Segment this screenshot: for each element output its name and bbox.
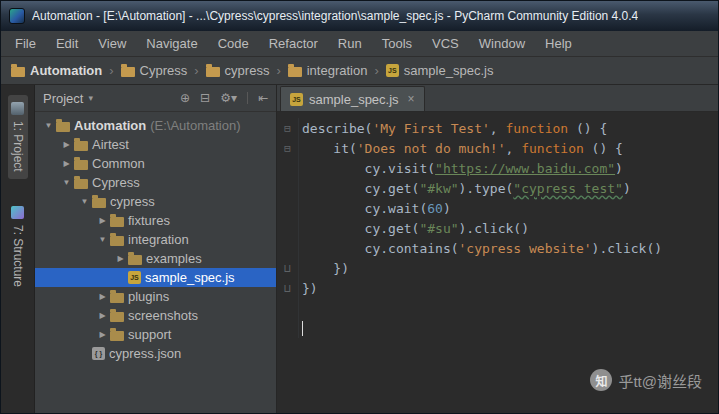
menu-item-edit[interactable]: Edit — [46, 31, 88, 56]
panel-toolbar: ⊕⊟⚙▾⇤ — [180, 92, 268, 104]
editor-tab-label: sample_spec.js — [309, 92, 399, 107]
tree-item-screenshots[interactable]: ▶screenshots — [35, 306, 276, 325]
menu-item-refactor[interactable]: Refactor — [259, 31, 328, 56]
fold-marker-icon[interactable]: ⊟ — [277, 138, 299, 158]
breadcrumb-item-automation[interactable]: Automation — [11, 63, 102, 78]
json-file-icon: { } — [92, 347, 105, 360]
code-line-10[interactable] — [277, 298, 718, 318]
breadcrumb-item-cypress[interactable]: cypress — [206, 63, 270, 78]
tree-item-label: integration — [128, 232, 189, 247]
breadcrumb-item-integration[interactable]: integration — [288, 63, 368, 78]
breadcrumb-label: cypress — [225, 63, 270, 78]
folder-icon — [56, 122, 70, 132]
breadcrumb-separator-icon: › — [276, 63, 280, 78]
menu-item-vcs[interactable]: VCS — [422, 31, 469, 56]
gutter-spacer — [277, 178, 299, 198]
collapse-all-icon[interactable]: ⊟ — [200, 92, 210, 104]
code-lines[interactable]: ⊟describe('My First Test', function () {… — [277, 112, 718, 413]
code-line-7[interactable]: cy.contains('cypress website').click() — [277, 238, 718, 258]
code-line-1[interactable]: ⊟describe('My First Test', function () { — [277, 118, 718, 138]
menu-item-run[interactable]: Run — [328, 31, 372, 56]
editor-tab-sample-spec[interactable]: JS sample_spec.js × — [280, 86, 425, 111]
tool-window-stripe: 1: Project7: Structure — [1, 85, 35, 413]
menu-item-file[interactable]: File — [5, 31, 46, 56]
folder-icon — [92, 198, 106, 208]
chevron-collapsed-icon[interactable]: ▶ — [95, 292, 110, 301]
locate-icon[interactable]: ⊕ — [180, 92, 190, 104]
tree-item-automation[interactable]: ▼Automation (E:\Automation) — [35, 116, 276, 135]
code-line-6[interactable]: cy.get("#su").click() — [277, 218, 718, 238]
fold-marker-icon[interactable]: ⊔ — [277, 278, 299, 298]
tree-item-cypress[interactable]: ▼Cypress — [35, 173, 276, 192]
tree-item-plugins[interactable]: ▶plugins — [35, 287, 276, 306]
folder-icon — [110, 331, 124, 341]
tree-item-cypress-json[interactable]: { }cypress.json — [35, 344, 276, 363]
code-text — [299, 320, 303, 336]
project-panel-header: Project ▾ ⊕⊟⚙▾⇤ — [35, 85, 276, 112]
tree-item-fixtures[interactable]: ▶fixtures — [35, 211, 276, 230]
chevron-collapsed-icon[interactable]: ▶ — [95, 311, 110, 320]
chevron-collapsed-icon[interactable]: ▶ — [59, 159, 74, 168]
chevron-expanded-icon[interactable]: ▼ — [77, 197, 92, 206]
menu-item-code[interactable]: Code — [208, 31, 259, 56]
breadcrumb-label: sample_spec.js — [404, 63, 494, 78]
tool-window-button-1-project[interactable]: 1: Project — [8, 95, 28, 179]
breadcrumb-item-cypress[interactable]: Cypress — [121, 63, 188, 78]
code-line-2[interactable]: ⊟ it('Does not do much!', function () { — [277, 138, 718, 158]
tree-item-support[interactable]: ▶support — [35, 325, 276, 344]
zhihu-logo-icon: 知 — [590, 369, 612, 391]
chevron-collapsed-icon[interactable]: ▶ — [95, 330, 110, 339]
tree-item-sample-spec-js[interactable]: JSsample_spec.js — [35, 268, 276, 287]
code-line-11[interactable] — [277, 318, 718, 338]
chevron-down-icon: ▾ — [88, 93, 93, 103]
watermark: 知 乎tt@谢丝段 — [590, 369, 702, 391]
menu-item-view[interactable]: View — [88, 31, 136, 56]
code-line-5[interactable]: cy.wait(60) — [277, 198, 718, 218]
code-line-8[interactable]: ⊔ }) — [277, 258, 718, 278]
editor-area: JS sample_spec.js × ⊟describe('My First … — [277, 85, 718, 413]
breadcrumb-label: integration — [307, 63, 368, 78]
folder-icon — [206, 67, 220, 77]
menu-item-help[interactable]: Help — [535, 31, 582, 56]
tree-item-cypress[interactable]: ▼cypress — [35, 192, 276, 211]
close-icon[interactable]: × — [408, 92, 415, 106]
chevron-collapsed-icon[interactable]: ▶ — [95, 216, 110, 225]
tool-window-button-7-structure[interactable]: 7: Structure — [8, 199, 28, 294]
breadcrumb-separator-icon: › — [374, 63, 378, 78]
fold-marker-icon[interactable]: ⊟ — [277, 118, 299, 138]
tree-item-common[interactable]: ▶Common — [35, 154, 276, 173]
chevron-collapsed-icon[interactable]: ▶ — [113, 254, 128, 263]
pycharm-app-icon — [9, 8, 25, 24]
hide-panel-icon[interactable]: ⇤ — [247, 92, 268, 104]
chevron-expanded-icon[interactable]: ▼ — [95, 235, 110, 244]
menu-item-tools[interactable]: Tools — [372, 31, 422, 56]
fold-marker-icon[interactable]: ⊔ — [277, 258, 299, 278]
title-bar[interactable]: Automation - [E:\Automation] - ...\Cypre… — [1, 1, 718, 31]
tree-item-integration[interactable]: ▼integration — [35, 230, 276, 249]
project-view-selector[interactable]: Project ▾ — [43, 91, 93, 106]
menu-item-window[interactable]: Window — [469, 31, 535, 56]
code-line-9[interactable]: ⊔}) — [277, 278, 718, 298]
settings-gear-icon[interactable]: ⚙▾ — [220, 92, 237, 104]
menu-item-navigate[interactable]: Navigate — [136, 31, 207, 56]
menu-bar: FileEditViewNavigateCodeRefactorRunTools… — [1, 31, 718, 57]
code-line-3[interactable]: cy.visit("https://www.baidu.com") — [277, 158, 718, 178]
folder-icon — [110, 236, 124, 246]
folder-icon — [11, 67, 25, 77]
tree-item-label: Automation — [74, 118, 146, 133]
project-icon — [11, 102, 24, 115]
tree-item-label: screenshots — [128, 308, 198, 323]
tree-item-examples[interactable]: ▶examples — [35, 249, 276, 268]
tool-window-button-label: 1: Project — [11, 121, 25, 172]
chevron-expanded-icon[interactable]: ▼ — [59, 178, 74, 187]
tree-item-airtest[interactable]: ▶Airtest — [35, 135, 276, 154]
code-line-4[interactable]: cy.get("#kw").type("cypress test") — [277, 178, 718, 198]
gutter-spacer — [277, 198, 299, 218]
text-caret — [302, 321, 303, 336]
breadcrumb-item-sample-spec-js[interactable]: JSsample_spec.js — [386, 63, 494, 78]
folder-icon — [128, 255, 142, 265]
chevron-collapsed-icon[interactable]: ▶ — [59, 140, 74, 149]
tree-item-label: sample_spec.js — [145, 270, 235, 285]
folder-icon — [74, 141, 88, 151]
chevron-expanded-icon[interactable]: ▼ — [41, 121, 56, 130]
